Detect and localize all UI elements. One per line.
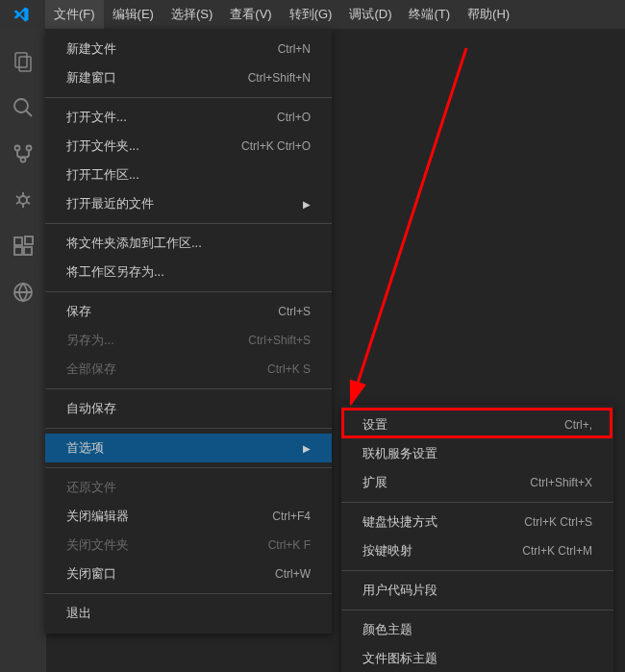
- menu-item[interactable]: 新建窗口Ctrl+Shift+N: [45, 63, 332, 92]
- menu-separator: [45, 467, 332, 468]
- menu-separator: [45, 291, 332, 292]
- menu-item-label: 打开文件...: [66, 109, 127, 126]
- menu-item-label: 还原文件: [66, 479, 116, 496]
- menu-item-label: 联机服务设置: [362, 445, 438, 462]
- menubar-file[interactable]: 文件(F): [45, 0, 104, 29]
- source-control-icon[interactable]: [0, 131, 46, 177]
- menu-item[interactable]: 将工作区另存为...: [45, 258, 332, 286]
- menu-item-label: 设置: [362, 416, 388, 434]
- menu-item[interactable]: 关闭窗口Ctrl+W: [45, 560, 332, 588]
- menu-item[interactable]: 首选项▶: [45, 434, 332, 462]
- menu-item[interactable]: 打开文件夹...Ctrl+K Ctrl+O: [45, 132, 332, 161]
- menu-separator: [341, 610, 613, 610]
- menu-item-shortcut: Ctrl+N: [278, 42, 311, 56]
- menu-item[interactable]: 新建文件Ctrl+N: [45, 35, 332, 63]
- menu-item-label: 打开工作区...: [66, 166, 139, 184]
- menubar-view[interactable]: 查看(V): [221, 0, 280, 29]
- menu-item[interactable]: 文件图标主题: [341, 644, 613, 672]
- chevron-right-icon: ▶: [303, 199, 311, 210]
- menu-item-label: 自动保存: [66, 400, 116, 417]
- menu-item[interactable]: 扩展Ctrl+Shift+X: [341, 468, 613, 497]
- menu-item-label: 关闭窗口: [66, 565, 116, 583]
- menu-item-label: 退出: [66, 605, 91, 622]
- chevron-right-icon: ▶: [303, 443, 311, 454]
- menu-item[interactable]: 用户代码片段: [341, 576, 613, 605]
- svg-line-10: [27, 196, 30, 198]
- svg-line-12: [27, 202, 30, 204]
- remote-icon[interactable]: [0, 269, 46, 315]
- svg-rect-14: [14, 237, 22, 245]
- menu-item[interactable]: 保存Ctrl+S: [45, 297, 332, 326]
- menu-item[interactable]: 打开工作区...: [45, 161, 332, 189]
- menu-item: 全部保存Ctrl+K S: [45, 355, 332, 384]
- menubar-help[interactable]: 帮助(H): [459, 0, 518, 29]
- svg-point-7: [19, 196, 27, 204]
- menu-item-label: 关闭文件夹: [66, 536, 129, 554]
- menu-separator: [341, 502, 613, 503]
- menu-item-label: 新建窗口: [66, 69, 116, 87]
- menu-item[interactable]: 打开最近的文件▶: [45, 189, 332, 218]
- menu-item[interactable]: 设置Ctrl+,: [341, 411, 613, 439]
- search-icon[interactable]: [0, 85, 46, 131]
- debug-icon[interactable]: [0, 177, 46, 223]
- menu-item[interactable]: 退出: [45, 599, 332, 628]
- menu-item-label: 将文件夹添加到工作区...: [66, 235, 202, 252]
- menu-item-label: 文件图标主题: [362, 650, 438, 667]
- vscode-logo-icon: [12, 5, 31, 24]
- menu-item: 关闭文件夹Ctrl+K F: [45, 531, 332, 560]
- menu-item-label: 用户代码片段: [362, 582, 438, 599]
- menubar-edit[interactable]: 编辑(E): [104, 0, 162, 29]
- svg-rect-1: [19, 57, 31, 71]
- menu-item[interactable]: 关闭编辑器Ctrl+F4: [45, 502, 332, 531]
- menu-item: 还原文件: [45, 473, 332, 502]
- svg-rect-17: [25, 236, 33, 244]
- menubar: 文件(F) 编辑(E) 选择(S) 查看(V) 转到(G) 调试(D) 终端(T…: [0, 0, 625, 29]
- menu-item-shortcut: Ctrl+O: [277, 111, 311, 124]
- svg-line-3: [26, 111, 32, 116]
- menu-separator: [45, 428, 332, 429]
- svg-point-4: [15, 146, 20, 151]
- menu-item[interactable]: 联机服务设置: [341, 439, 613, 468]
- menu-item-label: 另存为...: [66, 332, 114, 349]
- menu-item[interactable]: 颜色主题: [341, 615, 613, 644]
- svg-point-2: [14, 99, 28, 112]
- menu-item-shortcut: Ctrl+K Ctrl+S: [524, 515, 592, 529]
- menu-item[interactable]: 打开文件...Ctrl+O: [45, 103, 332, 132]
- menu-item-label: 键盘快捷方式: [362, 513, 438, 531]
- menu-item-label: 按键映射: [362, 542, 412, 560]
- menu-item-shortcut: Ctrl+Shift+S: [248, 334, 311, 347]
- menubar-goto[interactable]: 转到(G): [281, 0, 341, 29]
- menu-item-shortcut: Ctrl+K Ctrl+M: [522, 544, 592, 558]
- menu-item-shortcut: Ctrl+K F: [268, 538, 311, 552]
- menu-item-shortcut: Ctrl+,: [564, 418, 592, 432]
- extensions-icon[interactable]: [0, 223, 46, 269]
- menu-item-label: 全部保存: [66, 361, 116, 378]
- preferences-submenu: 设置Ctrl+,联机服务设置扩展Ctrl+Shift+X键盘快捷方式Ctrl+K…: [341, 405, 613, 672]
- menu-item[interactable]: 按键映射Ctrl+K Ctrl+M: [341, 536, 613, 565]
- menu-item-shortcut: Ctrl+W: [275, 567, 311, 581]
- menu-item-label: 打开最近的文件: [66, 195, 154, 212]
- menu-item-label: 新建文件: [66, 40, 116, 58]
- menubar-debug[interactable]: 调试(D): [340, 0, 400, 29]
- explorer-icon[interactable]: [0, 38, 46, 85]
- menu-item[interactable]: 键盘快捷方式Ctrl+K Ctrl+S: [341, 508, 613, 536]
- menu-separator: [45, 97, 332, 98]
- svg-line-11: [16, 202, 19, 204]
- menu-item-shortcut: Ctrl+K S: [267, 362, 311, 376]
- menu-item[interactable]: 自动保存: [45, 394, 332, 423]
- menu-item: 另存为...Ctrl+Shift+S: [45, 326, 332, 355]
- file-dropdown-menu: 新建文件Ctrl+N新建窗口Ctrl+Shift+N打开文件...Ctrl+O打…: [45, 29, 332, 634]
- menubar-terminal[interactable]: 终端(T): [400, 0, 459, 29]
- menu-separator: [45, 593, 332, 594]
- menu-item-shortcut: Ctrl+Shift+X: [530, 476, 592, 489]
- menu-item-shortcut: Ctrl+S: [278, 305, 311, 318]
- menubar-select[interactable]: 选择(S): [162, 0, 221, 29]
- menu-item-shortcut: Ctrl+F4: [272, 510, 311, 523]
- menu-item-label: 打开文件夹...: [66, 137, 139, 155]
- menu-item-label: 首选项: [66, 439, 104, 457]
- svg-point-5: [27, 146, 32, 151]
- menu-item-label: 颜色主题: [362, 621, 412, 638]
- menu-item[interactable]: 将文件夹添加到工作区...: [45, 229, 332, 258]
- menu-item-label: 保存: [66, 303, 91, 320]
- menu-item-shortcut: Ctrl+K Ctrl+O: [241, 139, 311, 153]
